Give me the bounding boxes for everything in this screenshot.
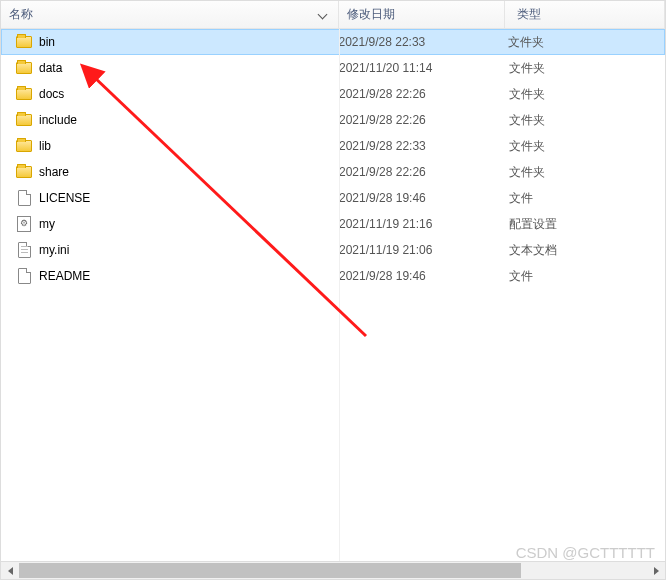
file-name-label: my [39, 217, 55, 231]
file-name-label: share [39, 165, 69, 179]
file-name-cell: my.ini [15, 241, 339, 259]
file-name-label: docs [39, 87, 64, 101]
file-date-cell: 2021/9/28 22:26 [339, 87, 505, 101]
folder-icon [15, 33, 33, 51]
config-file-icon [15, 215, 33, 233]
file-type-cell: 文件夹 [504, 34, 664, 51]
file-date-cell: 2021/9/28 22:33 [339, 35, 505, 49]
file-type-cell: 文件夹 [505, 138, 665, 155]
file-name-cell: include [15, 111, 339, 129]
file-row[interactable]: docs2021/9/28 22:26文件夹 [1, 81, 665, 107]
column-header-date[interactable]: 修改日期 [339, 1, 505, 28]
column-divider [339, 29, 340, 561]
folder-icon [15, 137, 33, 155]
scroll-right-button[interactable] [647, 563, 665, 579]
file-type-cell: 文件夹 [505, 112, 665, 129]
file-name-label: README [39, 269, 90, 283]
file-icon [15, 267, 33, 285]
scroll-track[interactable] [19, 562, 647, 579]
file-row[interactable]: my.ini2021/11/19 21:06文本文档 [1, 237, 665, 263]
scroll-thumb[interactable] [19, 563, 521, 578]
file-row[interactable]: share2021/9/28 22:26文件夹 [1, 159, 665, 185]
file-name-cell: data [15, 59, 339, 77]
file-date-cell: 2021/11/19 21:16 [339, 217, 505, 231]
file-name-label: LICENSE [39, 191, 90, 205]
column-header-name-label: 名称 [9, 6, 33, 23]
column-header-type-label: 类型 [517, 6, 541, 23]
file-row[interactable]: LICENSE2021/9/28 19:46文件 [1, 185, 665, 211]
folder-icon [15, 111, 33, 129]
file-row[interactable]: bin2021/9/28 22:33文件夹 [1, 29, 665, 55]
file-name-cell: docs [15, 85, 339, 103]
file-name-cell: LICENSE [15, 189, 339, 207]
file-name-label: lib [39, 139, 51, 153]
file-row[interactable]: README2021/9/28 19:46文件 [1, 263, 665, 289]
folder-icon [15, 85, 33, 103]
file-row[interactable]: include2021/9/28 22:26文件夹 [1, 107, 665, 133]
column-header-row: 名称 修改日期 类型 [1, 1, 665, 29]
file-icon [15, 189, 33, 207]
file-name-cell: README [15, 267, 339, 285]
sort-dropdown-icon[interactable] [318, 10, 328, 20]
file-name-label: data [39, 61, 62, 75]
file-date-cell: 2021/9/28 22:33 [339, 139, 505, 153]
file-type-cell: 文件夹 [505, 164, 665, 181]
file-list: bin2021/9/28 22:33文件夹data2021/11/20 11:1… [1, 29, 665, 561]
file-name-cell: lib [15, 137, 339, 155]
file-date-cell: 2021/9/28 19:46 [339, 191, 505, 205]
file-date-cell: 2021/9/28 19:46 [339, 269, 505, 283]
file-type-cell: 文件 [505, 190, 665, 207]
file-type-cell: 文件夹 [505, 60, 665, 77]
scroll-left-button[interactable] [1, 563, 19, 579]
file-type-cell: 配置设置 [505, 216, 665, 233]
file-date-cell: 2021/9/28 22:26 [339, 113, 505, 127]
file-name-cell: share [15, 163, 339, 181]
file-name-label: bin [39, 35, 55, 49]
folder-icon [15, 59, 33, 77]
file-date-cell: 2021/11/19 21:06 [339, 243, 505, 257]
column-header-name[interactable]: 名称 [1, 1, 339, 28]
file-name-label: include [39, 113, 77, 127]
watermark: CSDN @GCTTTTTT [516, 544, 655, 561]
file-row[interactable]: lib2021/9/28 22:33文件夹 [1, 133, 665, 159]
file-type-cell: 文件 [505, 268, 665, 285]
column-header-type[interactable]: 类型 [505, 1, 665, 28]
horizontal-scrollbar[interactable] [1, 561, 665, 579]
file-row[interactable]: data2021/11/20 11:14文件夹 [1, 55, 665, 81]
file-type-cell: 文件夹 [505, 86, 665, 103]
file-name-label: my.ini [39, 243, 69, 257]
file-row[interactable]: my2021/11/19 21:16配置设置 [1, 211, 665, 237]
text-file-icon [15, 241, 33, 259]
folder-icon [15, 163, 33, 181]
file-name-cell: my [15, 215, 339, 233]
file-type-cell: 文本文档 [505, 242, 665, 259]
file-date-cell: 2021/11/20 11:14 [339, 61, 505, 75]
column-header-date-label: 修改日期 [347, 6, 395, 23]
file-date-cell: 2021/9/28 22:26 [339, 165, 505, 179]
file-name-cell: bin [15, 33, 339, 51]
